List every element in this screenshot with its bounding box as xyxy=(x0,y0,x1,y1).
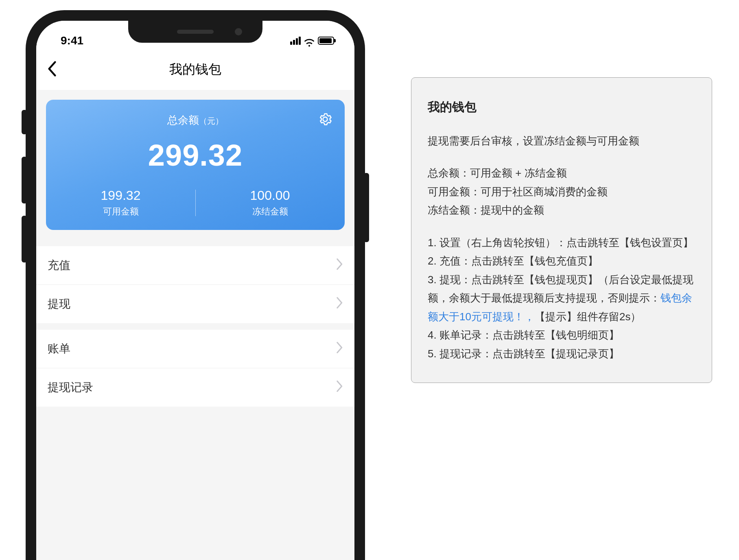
balance-title: 总余额（元） xyxy=(167,113,223,127)
menu-item-label: 提现 xyxy=(48,296,70,312)
wifi-icon xyxy=(304,37,315,45)
spec-steps: 1. 设置（右上角齿轮按钮）：点击跳转至【钱包设置页】 2. 充值：点击跳转至【… xyxy=(428,234,695,363)
spec-step-1: 1. 设置（右上角齿轮按钮）：点击跳转至【钱包设置页】 xyxy=(428,234,695,252)
back-button[interactable] xyxy=(48,61,57,78)
settings-button[interactable] xyxy=(317,111,333,127)
chevron-right-icon xyxy=(337,342,343,356)
menu-item-withdraw[interactable]: 提现 xyxy=(36,285,354,323)
menu-item-label: 充值 xyxy=(48,258,70,273)
nav-header: 我的钱包 xyxy=(36,49,354,90)
phone-screen: 9:41 我的钱包 xyxy=(36,21,354,560)
balance-total: 299.32 xyxy=(46,138,345,173)
spec-def-frozen: 冻结金额：提现中的金额 xyxy=(428,201,695,220)
frozen-value: 100.00 xyxy=(195,188,345,203)
chevron-right-icon xyxy=(337,381,343,395)
phone-mockup: 9:41 我的钱包 xyxy=(22,10,368,560)
notch-speaker xyxy=(177,30,214,34)
frozen-label: 冻结金额 xyxy=(195,206,345,218)
menu-item-withdraw-history[interactable]: 提现记录 xyxy=(36,368,354,407)
spec-step-3: 3. 提现：点击跳转至【钱包提现页】（后台设定最低提现额，余额大于最低提现额后支… xyxy=(428,271,695,326)
balance-title-text: 总余额 xyxy=(167,114,199,126)
battery-icon xyxy=(318,37,334,45)
menu-item-topup[interactable]: 充值 xyxy=(36,246,354,285)
frozen-balance: 100.00 冻结金额 xyxy=(195,188,345,218)
available-label: 可用金额 xyxy=(46,206,195,218)
page-title: 我的钱包 xyxy=(36,61,354,79)
menu-item-bills[interactable]: 账单 xyxy=(36,330,354,368)
balance-title-unit: （元） xyxy=(199,116,223,125)
menu-group-1: 充值 提现 xyxy=(36,246,354,323)
chevron-right-icon xyxy=(337,297,343,311)
menu-item-label: 账单 xyxy=(48,341,70,357)
menu-item-label: 提现记录 xyxy=(48,380,93,395)
spec-step-5: 5. 提现记录：点击跳转至【提现记录页】 xyxy=(428,345,695,363)
spec-step-3-post: 【提示】组件存留2s） xyxy=(535,311,641,323)
spec-panel: 我的钱包 提现需要后台审核，设置冻结金额与可用金额 总余额：可用金额 + 冻结金… xyxy=(411,77,712,383)
spec-def-total: 总余额：可用金额 + 冻结金额 xyxy=(428,164,695,183)
gear-icon xyxy=(318,112,332,126)
phone-frame: 9:41 我的钱包 xyxy=(26,10,365,560)
spec-intro: 提现需要后台审核，设置冻结金额与可用金额 xyxy=(428,132,695,151)
phone-notch xyxy=(128,21,262,43)
menu-group-2: 账单 提现记录 xyxy=(36,330,354,407)
spec-step-3-pre: 3. 提现：点击跳转至【钱包提现页】（后台设定最低提现额，余额大于最低提现额后支… xyxy=(428,273,693,304)
signal-icon xyxy=(290,37,301,45)
chevron-right-icon xyxy=(337,258,343,273)
spec-title: 我的钱包 xyxy=(428,96,695,118)
balance-card: 总余额（元） 299.32 199.32 可用金 xyxy=(46,100,345,230)
spec-step-4: 4. 账单记录：点击跳转至【钱包明细页】 xyxy=(428,326,695,345)
spec-definitions: 总余额：可用金额 + 冻结金额 可用金额：可用于社区商城消费的金额 冻结金额：提… xyxy=(428,164,695,220)
status-time: 9:41 xyxy=(61,34,83,47)
available-balance: 199.32 可用金额 xyxy=(46,188,195,218)
spec-def-available: 可用金额：可用于社区商城消费的金额 xyxy=(428,183,695,201)
status-icons xyxy=(290,37,334,45)
available-value: 199.32 xyxy=(46,188,195,203)
spec-step-2: 2. 充值：点击跳转至【钱包充值页】 xyxy=(428,252,695,271)
notch-camera xyxy=(235,28,242,35)
